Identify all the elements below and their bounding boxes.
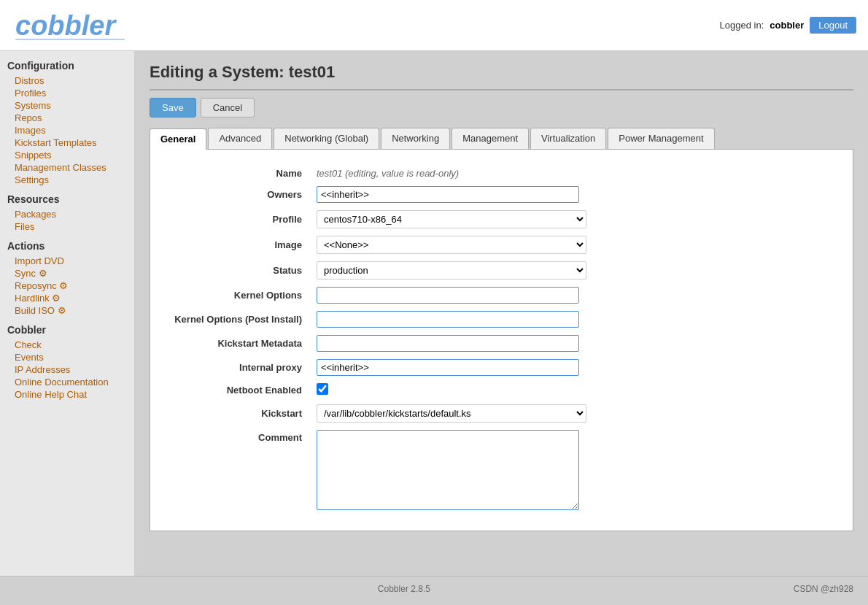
logout-button[interactable]: Logout	[810, 17, 856, 34]
internal-proxy-label: Internal proxy	[165, 355, 311, 379]
sidebar-item-settings[interactable]: Settings	[7, 174, 127, 186]
owners-label: Owners	[165, 182, 311, 207]
status-label: Status	[165, 258, 311, 283]
footer: Cobbler 2.8.5 CSDN @zh928	[0, 576, 868, 601]
kernel-options-label: Kernel Options	[165, 283, 311, 307]
kickstart-metadata-label: Kickstart Metadata	[165, 331, 311, 355]
name-value: test01 (editing, value is read-only)	[317, 168, 459, 179]
cobbler-section-title: Cobbler	[7, 324, 127, 336]
tab-general[interactable]: General	[150, 128, 206, 150]
sidebar-item-online-help-chat[interactable]: Online Help Chat	[7, 388, 127, 401]
actions-section-title: Actions	[7, 240, 127, 252]
kickstart-label: Kickstart	[165, 401, 311, 426]
action-buttons: Save Cancel	[150, 98, 853, 117]
sidebar-item-systems[interactable]: Systems	[7, 99, 127, 112]
owners-row: Owners	[165, 182, 838, 207]
sidebar-item-import-dvd[interactable]: Import DVD	[7, 255, 127, 267]
title-divider	[150, 89, 853, 90]
logged-in-label: Logged in:	[720, 20, 764, 31]
image-row: Image <<None>>	[165, 232, 838, 258]
sidebar-item-ip-addresses[interactable]: IP Addresses	[7, 363, 127, 376]
kernel-options-post-label: Kernel Options (Post Install)	[165, 307, 311, 331]
status-row: Status production development testing	[165, 258, 838, 283]
kickstart-row: Kickstart /var/lib/cobbler/kickstarts/de…	[165, 401, 838, 426]
page-title: Editing a System: test01	[150, 63, 853, 82]
sidebar-item-hardlink[interactable]: Hardlink ⚙	[7, 292, 127, 304]
svg-text:cobbler: cobbler	[15, 10, 117, 41]
image-select[interactable]: <<None>>	[317, 236, 586, 254]
tab-bar: General Advanced Networking (Global) Net…	[150, 128, 853, 150]
sidebar-item-repos[interactable]: Repos	[7, 112, 127, 124]
netboot-enabled-label: Netboot Enabled	[165, 379, 311, 401]
netboot-enabled-row: Netboot Enabled	[165, 379, 838, 401]
kickstart-select[interactable]: /var/lib/cobbler/kickstarts/default.ks	[317, 404, 586, 423]
layout: Configuration Distros Profiles Systems R…	[0, 51, 868, 576]
sidebar-item-build-iso[interactable]: Build ISO ⚙	[7, 304, 127, 317]
sidebar: Configuration Distros Profiles Systems R…	[0, 51, 135, 576]
comment-textarea[interactable]	[317, 430, 579, 510]
name-row: Name test01 (editing, value is read-only…	[165, 164, 838, 182]
internal-proxy-row: Internal proxy	[165, 355, 838, 379]
sidebar-item-kickstart-templates[interactable]: Kickstart Templates	[7, 136, 127, 149]
header-user-info: Logged in: cobbler Logout	[720, 17, 856, 34]
sidebar-item-check[interactable]: Check	[7, 339, 127, 351]
internal-proxy-input[interactable]	[317, 359, 579, 376]
sidebar-item-images[interactable]: Images	[7, 124, 127, 136]
sidebar-item-packages[interactable]: Packages	[7, 208, 127, 220]
profile-select[interactable]: centos710-x86_64	[317, 210, 586, 228]
header: cobbler Logged in: cobbler Logout	[0, 0, 868, 51]
tab-power-management[interactable]: Power Management	[608, 128, 714, 149]
owners-input[interactable]	[317, 186, 579, 203]
tab-networking[interactable]: Networking	[381, 128, 450, 149]
main-content: Editing a System: test01 Save Cancel Gen…	[135, 51, 868, 576]
cancel-button[interactable]: Cancel	[201, 98, 255, 117]
kickstart-metadata-row: Kickstart Metadata	[165, 331, 838, 355]
sidebar-item-distros[interactable]: Distros	[7, 74, 127, 87]
comment-row: Comment	[165, 426, 838, 516]
profile-row: Profile centos710-x86_64	[165, 207, 838, 232]
tab-advanced[interactable]: Advanced	[208, 128, 272, 149]
image-label: Image	[165, 232, 311, 258]
tab-networking-global[interactable]: Networking (Global)	[274, 128, 379, 149]
sidebar-item-online-documentation[interactable]: Online Documentation	[7, 376, 127, 388]
kernel-options-row: Kernel Options	[165, 283, 838, 307]
sidebar-item-reposync[interactable]: Reposync ⚙	[7, 280, 127, 292]
profile-label: Profile	[165, 207, 311, 232]
sidebar-item-profiles[interactable]: Profiles	[7, 87, 127, 99]
comment-label: Comment	[165, 426, 311, 516]
sidebar-item-management-classes[interactable]: Management Classes	[7, 161, 127, 174]
sidebar-item-snippets[interactable]: Snippets	[7, 149, 127, 161]
sidebar-item-files[interactable]: Files	[7, 220, 127, 233]
status-select[interactable]: production development testing	[317, 261, 586, 280]
username: cobbler	[770, 20, 804, 31]
tab-management[interactable]: Management	[452, 128, 529, 149]
tab-virtualization[interactable]: Virtualization	[530, 128, 606, 149]
save-button[interactable]: Save	[150, 98, 196, 117]
resources-section-title: Resources	[7, 193, 127, 205]
netboot-enabled-checkbox[interactable]	[317, 383, 328, 395]
sidebar-item-events[interactable]: Events	[7, 351, 127, 363]
kernel-options-post-input[interactable]	[317, 311, 579, 328]
form-panel: Name test01 (editing, value is read-only…	[150, 150, 853, 531]
sidebar-item-sync[interactable]: Sync ⚙	[7, 267, 127, 280]
configuration-section-title: Configuration	[7, 60, 127, 72]
footer-version: Cobbler 2.8.5	[378, 584, 430, 594]
kernel-options-input[interactable]	[317, 287, 579, 304]
footer-attribution: CSDN @zh928	[794, 584, 853, 594]
name-label: Name	[165, 164, 311, 182]
kernel-options-post-row: Kernel Options (Post Install)	[165, 307, 838, 331]
form-table: Name test01 (editing, value is read-only…	[165, 164, 838, 516]
logo: cobbler	[12, 7, 128, 44]
kickstart-metadata-input[interactable]	[317, 335, 579, 352]
